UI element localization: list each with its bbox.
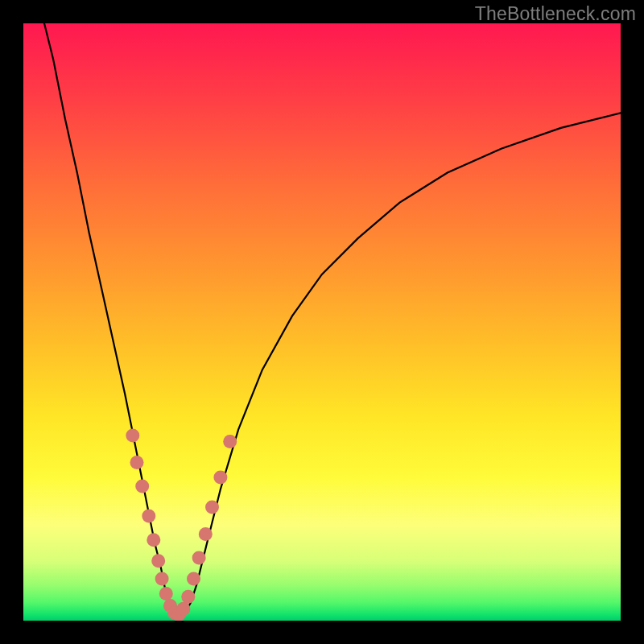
sample-dot (155, 572, 169, 586)
sample-dot (147, 533, 160, 547)
sample-dot (213, 470, 227, 484)
plot-area (23, 23, 621, 621)
sample-dot (151, 554, 165, 568)
sample-dot (223, 435, 237, 448)
sample-dots-group (126, 429, 237, 621)
chart-frame: TheBottleneck.com (0, 0, 644, 644)
sample-dot (135, 480, 149, 493)
sample-dot (192, 551, 206, 565)
sample-dot (176, 602, 190, 616)
sample-dot (205, 501, 219, 514)
sample-dot (130, 456, 144, 469)
sample-dot (159, 587, 173, 601)
sample-dot (126, 429, 139, 443)
sample-dot (199, 527, 213, 541)
chart-overlay (23, 23, 621, 621)
sample-dot (142, 510, 155, 523)
bottleneck-curve (44, 23, 621, 617)
sample-dot (181, 590, 195, 604)
sample-dot (187, 572, 200, 586)
watermark-text: TheBottleneck.com (475, 3, 636, 25)
